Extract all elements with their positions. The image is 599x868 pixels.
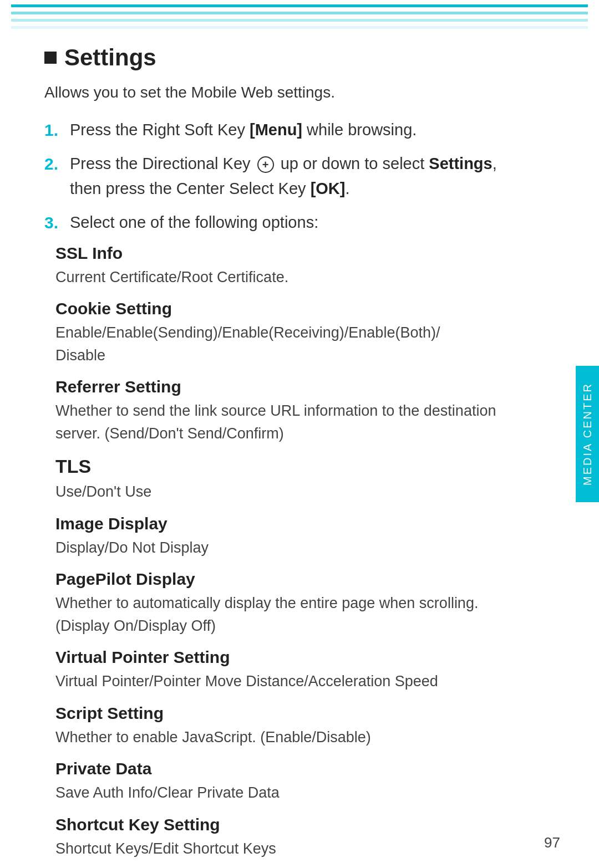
option-shortcut-key-setting-title: Shortcut Key Setting bbox=[55, 815, 532, 834]
option-script-setting-title: Script Setting bbox=[55, 704, 532, 723]
option-tls: TLS Use/Don't Use bbox=[55, 456, 532, 503]
option-referrer-setting: Referrer Setting Whether to send the lin… bbox=[55, 377, 532, 445]
option-image-display: Image Display Display/Do Not Display bbox=[55, 514, 532, 559]
title-square-icon bbox=[44, 52, 57, 64]
stripe-2 bbox=[11, 12, 588, 14]
side-tab: MEDIA CENTER bbox=[576, 366, 599, 502]
option-script-setting-desc: Whether to enable JavaScript. (Enable/Di… bbox=[55, 726, 532, 749]
option-private-data: Private Data Save Auth Info/Clear Privat… bbox=[55, 759, 532, 804]
option-cookie-setting-desc: Enable/Enable(Sending)/Enable(Receiving)… bbox=[55, 321, 532, 366]
option-pagepilot-display-desc: Whether to automatically display the ent… bbox=[55, 592, 532, 637]
option-virtual-pointer-setting: Virtual Pointer Setting Virtual Pointer/… bbox=[55, 648, 532, 693]
step-1-text: Press the Right Soft Key [Menu] while br… bbox=[70, 118, 417, 142]
step-1: 1. Press the Right Soft Key [Menu] while… bbox=[44, 118, 532, 142]
page-number: 97 bbox=[544, 834, 560, 851]
step-2-text: Press the Directional Key up or down to … bbox=[70, 151, 532, 201]
options-list: SSL Info Current Certificate/Root Certif… bbox=[55, 244, 532, 860]
option-private-data-desc: Save Auth Info/Clear Private Data bbox=[55, 782, 532, 804]
directional-key-icon bbox=[257, 156, 274, 173]
section-title: Settings bbox=[44, 44, 532, 71]
option-ssl-info-desc: Current Certificate/Root Certificate. bbox=[55, 266, 532, 289]
option-referrer-setting-title: Referrer Setting bbox=[55, 377, 532, 396]
option-tls-title: TLS bbox=[55, 456, 532, 477]
option-pagepilot-display: PagePilot Display Whether to automatical… bbox=[55, 570, 532, 637]
side-tab-label: MEDIA CENTER bbox=[581, 382, 594, 486]
step-3: 3. Select one of the following options: bbox=[44, 210, 532, 235]
section-title-text: Settings bbox=[64, 44, 156, 71]
step-2-number: 2. bbox=[44, 151, 64, 201]
step-1-number: 1. bbox=[44, 118, 64, 142]
option-tls-desc: Use/Don't Use bbox=[55, 481, 532, 503]
option-referrer-setting-desc: Whether to send the link source URL info… bbox=[55, 400, 532, 445]
option-pagepilot-display-title: PagePilot Display bbox=[55, 570, 532, 589]
option-ssl-info: SSL Info Current Certificate/Root Certif… bbox=[55, 244, 532, 289]
option-shortcut-key-setting: Shortcut Key Setting Shortcut Keys/Edit … bbox=[55, 815, 532, 860]
option-cookie-setting-title: Cookie Setting bbox=[55, 299, 532, 318]
top-stripes bbox=[0, 0, 599, 33]
option-ssl-info-title: SSL Info bbox=[55, 244, 532, 263]
step-3-text: Select one of the following options: bbox=[70, 210, 318, 235]
option-script-setting: Script Setting Whether to enable JavaScr… bbox=[55, 704, 532, 749]
option-image-display-title: Image Display bbox=[55, 514, 532, 533]
option-virtual-pointer-setting-desc: Virtual Pointer/Pointer Move Distance/Ac… bbox=[55, 670, 532, 693]
main-content: Settings Allows you to set the Mobile We… bbox=[44, 39, 532, 835]
option-private-data-title: Private Data bbox=[55, 759, 532, 778]
step-2: 2. Press the Directional Key up or down … bbox=[44, 151, 532, 201]
stripe-1 bbox=[11, 4, 588, 7]
step-3-number: 3. bbox=[44, 210, 64, 235]
stripe-3 bbox=[11, 19, 588, 22]
stripe-4 bbox=[11, 26, 588, 29]
option-image-display-desc: Display/Do Not Display bbox=[55, 537, 532, 559]
option-virtual-pointer-setting-title: Virtual Pointer Setting bbox=[55, 648, 532, 667]
option-cookie-setting: Cookie Setting Enable/Enable(Sending)/En… bbox=[55, 299, 532, 366]
intro-text: Allows you to set the Mobile Web setting… bbox=[44, 81, 532, 104]
option-shortcut-key-setting-desc: Shortcut Keys/Edit Shortcut Keys bbox=[55, 838, 532, 860]
